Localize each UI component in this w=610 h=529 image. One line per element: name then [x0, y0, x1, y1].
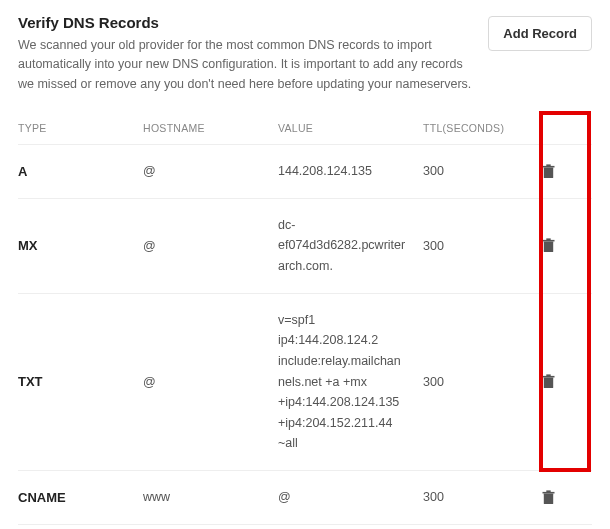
table-header-row: TYPE HOSTNAME VALUE TTL(SECONDS) — [18, 112, 592, 145]
page-subtitle: We scanned your old provider for the mos… — [18, 36, 476, 94]
header-text: Verify DNS Records We scanned your old p… — [18, 14, 488, 94]
svg-rect-4 — [542, 240, 554, 242]
col-header-hostname: HOSTNAME — [143, 122, 278, 134]
cell-action — [528, 162, 568, 181]
delete-record-button[interactable] — [540, 488, 557, 507]
svg-rect-2 — [546, 164, 550, 166]
svg-rect-3 — [543, 242, 552, 252]
add-record-button[interactable]: Add Record — [488, 16, 592, 51]
svg-rect-0 — [543, 168, 552, 178]
cell-action — [528, 488, 568, 507]
table-row: A @ 144.208.124.135 300 — [18, 145, 592, 199]
cell-type: A — [18, 164, 143, 179]
delete-record-button[interactable] — [540, 236, 557, 255]
trash-icon — [542, 238, 555, 253]
cell-ttl: 300 — [423, 375, 528, 389]
cell-action — [528, 236, 568, 255]
cell-action — [528, 372, 568, 391]
trash-icon — [542, 164, 555, 179]
header-row: Verify DNS Records We scanned your old p… — [18, 14, 592, 94]
trash-icon — [542, 490, 555, 505]
cell-ttl: 300 — [423, 164, 528, 178]
cell-ttl: 300 — [423, 239, 528, 253]
cell-type: MX — [18, 238, 143, 253]
svg-rect-6 — [543, 378, 552, 388]
cell-hostname: @ — [143, 164, 278, 178]
table-row: MX @ dc-ef074d3d6282.pcwriterarch.com. 3… — [18, 199, 592, 294]
cell-hostname: @ — [143, 375, 278, 389]
trash-icon — [542, 374, 555, 389]
svg-rect-1 — [542, 166, 554, 168]
col-header-ttl: TTL(SECONDS) — [423, 122, 528, 134]
page-title: Verify DNS Records — [18, 14, 476, 31]
cell-value: dc-ef074d3d6282.pcwriterarch.com. — [278, 215, 423, 277]
svg-rect-9 — [543, 493, 552, 503]
dns-records-table: TYPE HOSTNAME VALUE TTL(SECONDS) A @ 144… — [18, 112, 592, 525]
cell-value: 144.208.124.135 — [278, 161, 423, 182]
cell-value: @ — [278, 487, 423, 508]
svg-rect-8 — [546, 375, 550, 377]
cell-ttl: 300 — [423, 490, 528, 504]
footer — [18, 525, 592, 529]
cell-hostname: @ — [143, 239, 278, 253]
col-header-value: VALUE — [278, 122, 423, 134]
table-row: CNAME www @ 300 — [18, 471, 592, 525]
page-container: Verify DNS Records We scanned your old p… — [18, 14, 592, 529]
svg-rect-10 — [542, 492, 554, 494]
table-row: TXT @ v=spf1 ip4:144.208.124.2 include:r… — [18, 294, 592, 471]
svg-rect-11 — [546, 490, 550, 492]
cell-value: v=spf1 ip4:144.208.124.2 include:relay.m… — [278, 310, 423, 454]
cell-type: CNAME — [18, 490, 143, 505]
svg-rect-7 — [542, 376, 554, 378]
delete-record-button[interactable] — [540, 162, 557, 181]
cell-hostname: www — [143, 490, 278, 504]
svg-rect-5 — [546, 239, 550, 241]
col-header-type: TYPE — [18, 122, 143, 134]
cell-type: TXT — [18, 374, 143, 389]
delete-record-button[interactable] — [540, 372, 557, 391]
